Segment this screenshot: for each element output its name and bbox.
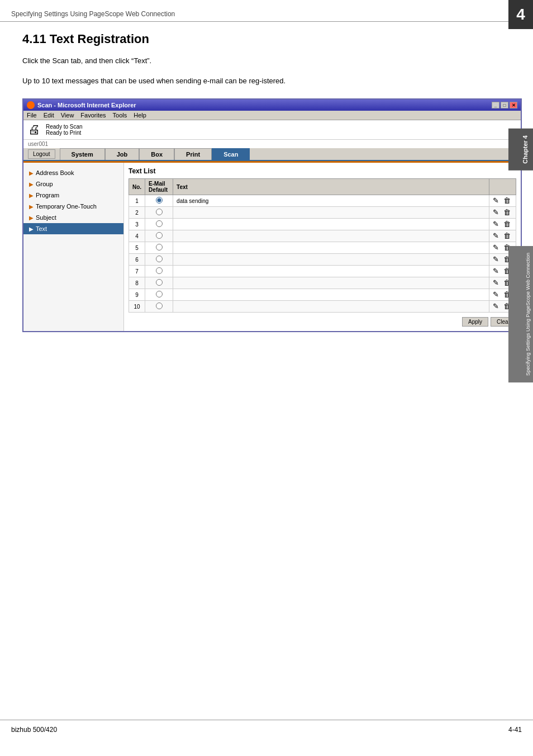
sidebar-label-temp: Temporary One-Touch — [36, 203, 97, 210]
minimize-button[interactable]: _ — [492, 102, 499, 108]
tab-scan[interactable]: Scan — [212, 148, 250, 160]
tab-system[interactable]: System — [60, 148, 105, 160]
body-para1: Click the Scan tab, and then click “Text… — [0, 50, 533, 70]
page-number: 4 — [516, 6, 525, 23]
menu-edit[interactable]: Edit — [44, 112, 54, 119]
table-row: 7✎🗑 — [129, 266, 516, 277]
tab-job[interactable]: Job — [105, 148, 140, 160]
email-default-radio[interactable] — [156, 244, 163, 251]
section-heading: Text Registration — [50, 32, 149, 46]
row-no: 6 — [129, 254, 145, 266]
email-default-radio[interactable] — [156, 220, 163, 227]
email-default-radio[interactable] — [156, 279, 163, 286]
apply-button[interactable]: Apply — [462, 317, 488, 327]
row-text — [173, 254, 489, 266]
logout-button[interactable]: Logout — [28, 149, 55, 159]
email-default-radio[interactable] — [156, 197, 163, 204]
maximize-button[interactable]: □ — [501, 102, 508, 108]
email-default-radio[interactable] — [156, 291, 163, 297]
email-default-radio[interactable] — [156, 256, 163, 262]
row-radio-cell[interactable] — [145, 289, 173, 301]
text-list-table: No. E-MailDefault Text 1data sending✎🗑2✎… — [129, 178, 516, 313]
row-text — [173, 277, 489, 289]
email-default-radio[interactable] — [156, 303, 163, 309]
edit-icon[interactable]: ✎ — [493, 208, 502, 217]
edit-icon[interactable]: ✎ — [493, 243, 502, 252]
sidebar-item-text[interactable]: ▶ Text — [23, 223, 123, 234]
browser-window: Scan - Microsoft Internet Explorer _ □ ✕… — [22, 98, 522, 332]
row-actions: ✎🗑 — [489, 230, 516, 242]
row-text — [173, 266, 489, 277]
edit-icon[interactable]: ✎ — [493, 196, 502, 205]
row-no: 9 — [129, 289, 145, 301]
footer-left: bizhub 500/420 — [11, 726, 57, 734]
sidebar-item-group[interactable]: ▶ Group — [23, 178, 123, 190]
close-button[interactable]: ✕ — [510, 102, 517, 108]
menu-tools[interactable]: Tools — [113, 112, 127, 119]
row-radio-cell[interactable] — [145, 219, 173, 230]
row-no: 3 — [129, 219, 145, 230]
row-radio-cell[interactable] — [145, 301, 173, 313]
arrow-icon: ▶ — [29, 215, 34, 221]
sidebar-item-temp-one-touch[interactable]: ▶ Temporary One-Touch — [23, 201, 123, 212]
menu-file[interactable]: File — [27, 112, 37, 119]
row-text — [173, 301, 489, 313]
table-row: 3✎🗑 — [129, 219, 516, 230]
arrow-icon: ▶ — [29, 181, 34, 187]
sidebar: ▶ Address Book ▶ Group ▶ Program ▶ Tempo… — [23, 163, 124, 331]
body-para2: Up to 10 text messages that can be used … — [0, 70, 533, 90]
sidebar-item-subject[interactable]: ▶ Subject — [23, 212, 123, 223]
row-text — [173, 242, 489, 254]
arrow-icon: ▶ — [29, 226, 34, 232]
email-default-radio[interactable] — [156, 209, 163, 215]
row-text — [173, 289, 489, 301]
tab-box[interactable]: Box — [139, 148, 174, 160]
row-text — [173, 219, 489, 230]
col-text: Text — [173, 179, 489, 195]
sidebar-item-program[interactable]: ▶ Program — [23, 190, 123, 201]
row-text — [173, 207, 489, 219]
arrow-icon: ▶ — [29, 204, 34, 210]
content-title: Text List — [129, 167, 516, 175]
edit-icon[interactable]: ✎ — [493, 231, 502, 240]
delete-icon[interactable]: 🗑 — [503, 208, 512, 217]
row-radio-cell[interactable] — [145, 242, 173, 254]
row-actions: ✎🗑 — [489, 219, 516, 230]
menu-favorites[interactable]: Favorites — [80, 112, 106, 119]
edit-icon[interactable]: ✎ — [493, 290, 502, 299]
page-footer: bizhub 500/420 4-41 — [0, 720, 533, 739]
row-radio-cell[interactable] — [145, 207, 173, 219]
row-actions: ✎🗑 — [489, 195, 516, 207]
browser-titlebar: Scan - Microsoft Internet Explorer _ □ ✕ — [23, 100, 521, 111]
arrow-icon: ▶ — [29, 170, 34, 176]
edit-icon[interactable]: ✎ — [493, 302, 502, 311]
row-radio-cell[interactable] — [145, 277, 173, 289]
row-radio-cell[interactable] — [145, 230, 173, 242]
edit-icon[interactable]: ✎ — [493, 255, 502, 264]
browser-controls[interactable]: _ □ ✕ — [492, 102, 517, 108]
delete-icon[interactable]: 🗑 — [503, 196, 512, 205]
row-radio-cell[interactable] — [145, 195, 173, 207]
delete-icon[interactable]: 🗑 — [503, 231, 512, 240]
side-label: Specifying Settings Using PageScope Web … — [508, 246, 533, 382]
sidebar-item-address-book[interactable]: ▶ Address Book — [23, 167, 123, 178]
printer-icon: 🖨 — [28, 122, 40, 137]
email-default-radio[interactable] — [156, 267, 163, 274]
status-ready-print: Ready to Print — [46, 130, 83, 136]
row-radio-cell[interactable] — [145, 254, 173, 266]
section-title: 4.11 Text Registration — [0, 22, 533, 50]
table-row: 1data sending✎🗑 — [129, 195, 516, 207]
menu-help[interactable]: Help — [134, 112, 146, 119]
edit-icon[interactable]: ✎ — [493, 278, 502, 287]
header-text: Specifying Settings Using PageScope Web … — [11, 10, 175, 18]
page-number-tab: 4 — [508, 0, 533, 29]
edit-icon[interactable]: ✎ — [493, 220, 502, 229]
row-radio-cell[interactable] — [145, 266, 173, 277]
row-no: 1 — [129, 195, 145, 207]
tab-print[interactable]: Print — [174, 148, 212, 160]
sidebar-label-group: Group — [36, 181, 53, 187]
edit-icon[interactable]: ✎ — [493, 267, 502, 276]
menu-view[interactable]: View — [61, 112, 74, 119]
delete-icon[interactable]: 🗑 — [503, 220, 512, 229]
email-default-radio[interactable] — [156, 232, 163, 239]
